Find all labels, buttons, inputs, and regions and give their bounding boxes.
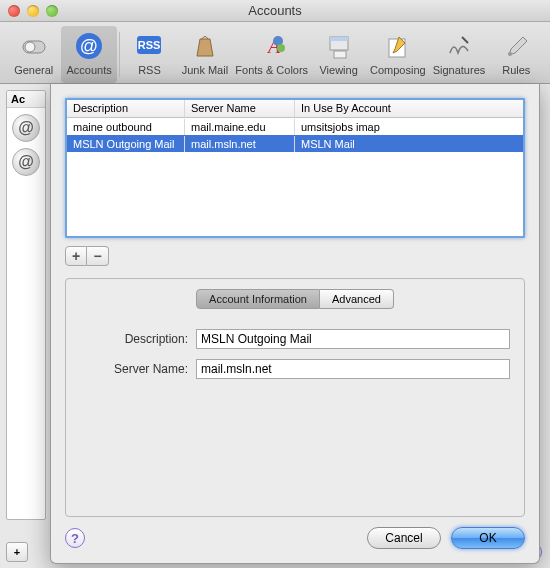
- toolbar-accounts[interactable]: @ Accounts: [61, 26, 116, 83]
- toolbar-label: Signatures: [433, 64, 486, 76]
- ok-button[interactable]: OK: [451, 527, 525, 549]
- cancel-button[interactable]: Cancel: [367, 527, 441, 549]
- cell-in-use: MSLN Mail: [295, 136, 523, 152]
- help-button[interactable]: ?: [65, 528, 85, 548]
- toolbar-separator: [119, 32, 120, 77]
- toolbar-label: Fonts & Colors: [235, 64, 308, 76]
- toolbar-label: Viewing: [319, 64, 357, 76]
- viewing-icon: [323, 30, 355, 62]
- window-title: Accounts: [0, 3, 550, 18]
- cell-server-name: mail.maine.edu: [185, 119, 295, 135]
- at-sign-icon: @: [12, 114, 40, 142]
- toolbar-label: Composing: [370, 64, 426, 76]
- preferences-toolbar: General @ Accounts RSS RSS Junk Mail A F…: [0, 22, 550, 84]
- toolbar-label: Rules: [502, 64, 530, 76]
- svg-point-13: [508, 52, 512, 56]
- sidebar-header-truncated: Ac: [7, 91, 45, 108]
- svg-rect-10: [330, 37, 348, 41]
- rss-icon: RSS: [133, 30, 165, 62]
- toolbar-rules[interactable]: Rules: [489, 26, 544, 83]
- description-label: Description:: [80, 332, 188, 346]
- server-list-table[interactable]: Description Server Name In Use By Accoun…: [65, 98, 525, 238]
- column-header-description[interactable]: Description: [67, 100, 185, 117]
- toolbar-signatures[interactable]: Signatures: [429, 26, 488, 83]
- window-body: Ac @ @ + ? Description Server Name In Us…: [0, 84, 550, 568]
- detail-tabs: Account Information Advanced: [80, 289, 510, 309]
- tab-advanced[interactable]: Advanced: [320, 289, 394, 309]
- add-remove-control: + −: [65, 246, 525, 266]
- remove-server-button[interactable]: −: [87, 246, 109, 266]
- svg-rect-11: [334, 51, 346, 58]
- svg-point-8: [277, 44, 285, 52]
- toolbar-general[interactable]: General: [6, 26, 61, 83]
- rules-icon: [500, 30, 532, 62]
- pencil-paper-icon: [382, 30, 414, 62]
- at-sign-icon: @: [12, 148, 40, 176]
- titlebar: Accounts: [0, 0, 550, 22]
- toolbar-composing[interactable]: Composing: [366, 26, 429, 83]
- description-input[interactable]: [196, 329, 510, 349]
- table-row[interactable]: MSLN Outgoing Mail mail.msln.net MSLN Ma…: [67, 135, 523, 152]
- sheet-footer: ? Cancel OK: [65, 527, 525, 549]
- cell-server-name: mail.msln.net: [185, 136, 295, 152]
- svg-text:RSS: RSS: [138, 39, 161, 51]
- toolbar-junk-mail[interactable]: Junk Mail: [177, 26, 232, 83]
- svg-text:@: @: [80, 36, 98, 56]
- toolbar-viewing[interactable]: Viewing: [311, 26, 366, 83]
- signature-icon: [443, 30, 475, 62]
- add-server-button[interactable]: +: [65, 246, 87, 266]
- accounts-sidebar-background: Ac @ @: [6, 90, 46, 520]
- table-row[interactable]: maine outbound mail.maine.edu umsitsjobs…: [67, 118, 523, 135]
- toolbar-label: Accounts: [66, 64, 111, 76]
- form-row-description: Description:: [80, 329, 510, 349]
- column-header-server-name[interactable]: Server Name: [185, 100, 295, 117]
- toolbar-label: General: [14, 64, 53, 76]
- fonts-colors-icon: A: [256, 30, 288, 62]
- server-name-input[interactable]: [196, 359, 510, 379]
- switch-icon: [18, 30, 50, 62]
- toolbar-label: RSS: [138, 64, 161, 76]
- cell-in-use: umsitsjobs imap: [295, 119, 523, 135]
- svg-point-1: [25, 42, 35, 52]
- background-add-button[interactable]: +: [6, 542, 28, 562]
- at-sign-icon: @: [73, 30, 105, 62]
- server-name-label: Server Name:: [80, 362, 188, 376]
- smtp-server-sheet: Description Server Name In Use By Accoun…: [50, 84, 540, 564]
- junk-bag-icon: [189, 30, 221, 62]
- form-row-server-name: Server Name:: [80, 359, 510, 379]
- column-header-in-use[interactable]: In Use By Account: [295, 100, 523, 117]
- cell-description: MSLN Outgoing Mail: [67, 136, 185, 152]
- server-detail-panel: Account Information Advanced Description…: [65, 278, 525, 517]
- toolbar-label: Junk Mail: [182, 64, 228, 76]
- cell-description: maine outbound: [67, 119, 185, 135]
- toolbar-rss[interactable]: RSS RSS: [122, 26, 177, 83]
- table-header-row: Description Server Name In Use By Accoun…: [67, 100, 523, 118]
- toolbar-fonts-colors[interactable]: A Fonts & Colors: [233, 26, 311, 83]
- tab-account-information[interactable]: Account Information: [196, 289, 320, 309]
